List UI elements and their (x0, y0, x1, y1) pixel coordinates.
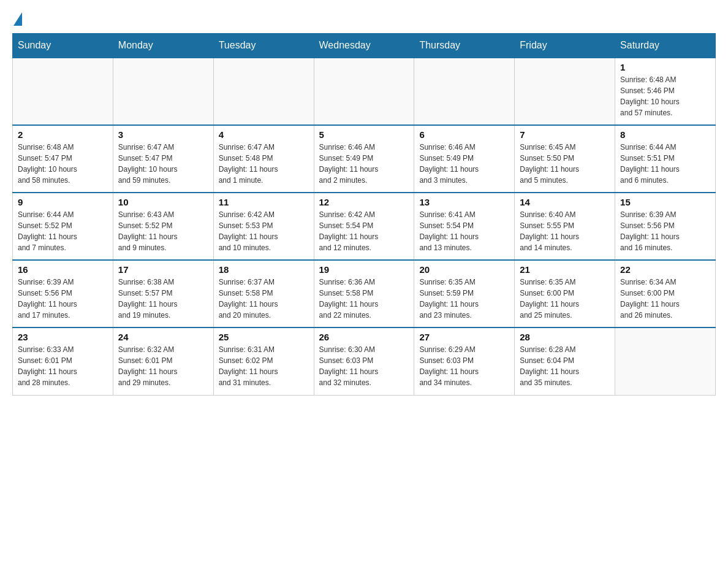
calendar-cell: 24Sunrise: 6:32 AMSunset: 6:01 PMDayligh… (113, 327, 213, 395)
day-info: Sunrise: 6:33 AMSunset: 6:01 PMDaylight:… (18, 344, 108, 388)
day-number: 21 (520, 264, 610, 275)
day-info: Sunrise: 6:36 AMSunset: 5:58 PMDaylight:… (319, 277, 409, 321)
day-info: Sunrise: 6:47 AMSunset: 5:48 PMDaylight:… (219, 142, 309, 186)
day-info: Sunrise: 6:48 AMSunset: 5:46 PMDaylight:… (620, 74, 710, 118)
calendar-cell (314, 58, 414, 125)
calendar-cell (13, 58, 113, 125)
day-info: Sunrise: 6:30 AMSunset: 6:03 PMDaylight:… (319, 344, 409, 388)
weekday-header-friday: Friday (515, 34, 615, 58)
day-number: 18 (219, 264, 309, 275)
page-header (12, 12, 716, 27)
weekday-header-tuesday: Tuesday (213, 34, 314, 58)
calendar-cell: 2Sunrise: 6:48 AMSunset: 5:47 PMDaylight… (13, 125, 113, 193)
day-info: Sunrise: 6:48 AMSunset: 5:47 PMDaylight:… (18, 142, 108, 186)
day-number: 24 (118, 332, 208, 342)
calendar-cell: 5Sunrise: 6:46 AMSunset: 5:49 PMDaylight… (314, 125, 414, 193)
day-info: Sunrise: 6:35 AMSunset: 6:00 PMDaylight:… (520, 277, 610, 321)
calendar-cell (615, 327, 716, 395)
day-number: 1 (620, 62, 710, 72)
day-number: 20 (419, 264, 509, 275)
day-number: 12 (319, 197, 409, 207)
day-info: Sunrise: 6:35 AMSunset: 5:59 PMDaylight:… (419, 277, 509, 321)
day-info: Sunrise: 6:31 AMSunset: 6:02 PMDaylight:… (219, 344, 309, 388)
day-info: Sunrise: 6:45 AMSunset: 5:50 PMDaylight:… (520, 142, 610, 186)
calendar-cell: 20Sunrise: 6:35 AMSunset: 5:59 PMDayligh… (414, 260, 515, 327)
day-number: 7 (520, 129, 610, 140)
weekday-header-sunday: Sunday (13, 34, 113, 58)
calendar-cell: 16Sunrise: 6:39 AMSunset: 5:56 PMDayligh… (13, 260, 113, 327)
day-number: 28 (520, 332, 610, 342)
calendar-cell: 12Sunrise: 6:42 AMSunset: 5:54 PMDayligh… (314, 193, 414, 260)
logo-triangle-icon (13, 12, 22, 26)
calendar-cell: 28Sunrise: 6:28 AMSunset: 6:04 PMDayligh… (515, 327, 615, 395)
calendar-cell: 1Sunrise: 6:48 AMSunset: 5:46 PMDaylight… (615, 58, 716, 125)
day-info: Sunrise: 6:39 AMSunset: 5:56 PMDaylight:… (18, 277, 108, 321)
week-row-3: 9Sunrise: 6:44 AMSunset: 5:52 PMDaylight… (13, 193, 716, 260)
calendar-cell: 18Sunrise: 6:37 AMSunset: 5:58 PMDayligh… (213, 260, 314, 327)
day-info: Sunrise: 6:38 AMSunset: 5:57 PMDaylight:… (118, 277, 208, 321)
day-number: 22 (620, 264, 710, 275)
calendar-cell: 11Sunrise: 6:42 AMSunset: 5:53 PMDayligh… (213, 193, 314, 260)
calendar-cell: 4Sunrise: 6:47 AMSunset: 5:48 PMDaylight… (213, 125, 314, 193)
day-info: Sunrise: 6:43 AMSunset: 5:52 PMDaylight:… (118, 209, 208, 253)
calendar-cell (414, 58, 515, 125)
day-info: Sunrise: 6:34 AMSunset: 6:00 PMDaylight:… (620, 277, 710, 321)
week-row-2: 2Sunrise: 6:48 AMSunset: 5:47 PMDaylight… (13, 125, 716, 193)
day-number: 13 (419, 197, 509, 207)
calendar-cell: 25Sunrise: 6:31 AMSunset: 6:02 PMDayligh… (213, 327, 314, 395)
day-number: 3 (118, 129, 208, 140)
day-number: 10 (118, 197, 208, 207)
calendar-cell: 10Sunrise: 6:43 AMSunset: 5:52 PMDayligh… (113, 193, 213, 260)
day-number: 23 (18, 332, 108, 342)
calendar-cell: 26Sunrise: 6:30 AMSunset: 6:03 PMDayligh… (314, 327, 414, 395)
day-number: 14 (520, 197, 610, 207)
calendar-cell (113, 58, 213, 125)
logo (12, 12, 22, 27)
calendar-cell: 8Sunrise: 6:44 AMSunset: 5:51 PMDaylight… (615, 125, 716, 193)
calendar-cell: 7Sunrise: 6:45 AMSunset: 5:50 PMDaylight… (515, 125, 615, 193)
day-number: 9 (18, 197, 108, 207)
day-info: Sunrise: 6:47 AMSunset: 5:47 PMDaylight:… (118, 142, 208, 186)
day-number: 8 (620, 129, 710, 140)
weekday-header-wednesday: Wednesday (314, 34, 414, 58)
day-number: 17 (118, 264, 208, 275)
day-info: Sunrise: 6:32 AMSunset: 6:01 PMDaylight:… (118, 344, 208, 388)
weekday-header-thursday: Thursday (414, 34, 515, 58)
day-number: 6 (419, 129, 509, 140)
day-info: Sunrise: 6:37 AMSunset: 5:58 PMDaylight:… (219, 277, 309, 321)
day-info: Sunrise: 6:42 AMSunset: 5:54 PMDaylight:… (319, 209, 409, 253)
calendar-cell: 27Sunrise: 6:29 AMSunset: 6:03 PMDayligh… (414, 327, 515, 395)
calendar-cell: 3Sunrise: 6:47 AMSunset: 5:47 PMDaylight… (113, 125, 213, 193)
day-info: Sunrise: 6:44 AMSunset: 5:52 PMDaylight:… (18, 209, 108, 253)
weekday-header-row: SundayMondayTuesdayWednesdayThursdayFrid… (13, 34, 716, 58)
calendar-cell: 23Sunrise: 6:33 AMSunset: 6:01 PMDayligh… (13, 327, 113, 395)
day-info: Sunrise: 6:29 AMSunset: 6:03 PMDaylight:… (419, 344, 509, 388)
calendar-cell (515, 58, 615, 125)
day-info: Sunrise: 6:42 AMSunset: 5:53 PMDaylight:… (219, 209, 309, 253)
day-info: Sunrise: 6:41 AMSunset: 5:54 PMDaylight:… (419, 209, 509, 253)
day-number: 2 (18, 129, 108, 140)
day-info: Sunrise: 6:40 AMSunset: 5:55 PMDaylight:… (520, 209, 610, 253)
weekday-header-monday: Monday (113, 34, 213, 58)
calendar-cell: 19Sunrise: 6:36 AMSunset: 5:58 PMDayligh… (314, 260, 414, 327)
weekday-header-saturday: Saturday (615, 34, 716, 58)
day-info: Sunrise: 6:46 AMSunset: 5:49 PMDaylight:… (319, 142, 409, 186)
day-number: 27 (419, 332, 509, 342)
day-info: Sunrise: 6:44 AMSunset: 5:51 PMDaylight:… (620, 142, 710, 186)
day-number: 11 (219, 197, 309, 207)
day-info: Sunrise: 6:46 AMSunset: 5:49 PMDaylight:… (419, 142, 509, 186)
day-number: 4 (219, 129, 309, 140)
day-number: 25 (219, 332, 309, 342)
day-info: Sunrise: 6:39 AMSunset: 5:56 PMDaylight:… (620, 209, 710, 253)
calendar-cell: 9Sunrise: 6:44 AMSunset: 5:52 PMDaylight… (13, 193, 113, 260)
day-number: 16 (18, 264, 108, 275)
calendar-cell: 22Sunrise: 6:34 AMSunset: 6:00 PMDayligh… (615, 260, 716, 327)
week-row-4: 16Sunrise: 6:39 AMSunset: 5:56 PMDayligh… (13, 260, 716, 327)
week-row-1: 1Sunrise: 6:48 AMSunset: 5:46 PMDaylight… (13, 58, 716, 125)
calendar-cell: 17Sunrise: 6:38 AMSunset: 5:57 PMDayligh… (113, 260, 213, 327)
calendar-cell: 15Sunrise: 6:39 AMSunset: 5:56 PMDayligh… (615, 193, 716, 260)
week-row-5: 23Sunrise: 6:33 AMSunset: 6:01 PMDayligh… (13, 327, 716, 395)
calendar-cell: 6Sunrise: 6:46 AMSunset: 5:49 PMDaylight… (414, 125, 515, 193)
calendar-cell: 13Sunrise: 6:41 AMSunset: 5:54 PMDayligh… (414, 193, 515, 260)
day-number: 19 (319, 264, 409, 275)
